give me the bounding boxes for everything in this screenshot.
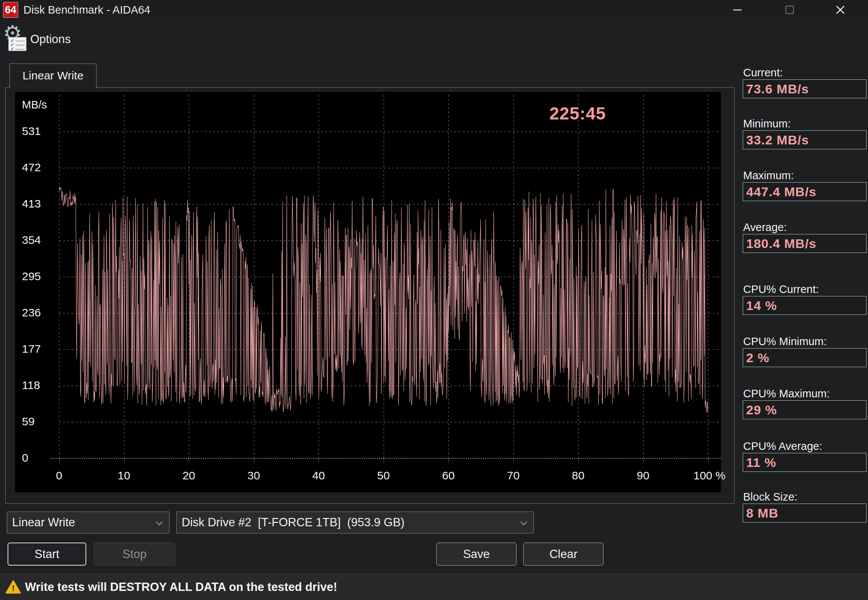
- x-tick-label: 80: [555, 469, 601, 482]
- drive-value: Disk Drive #2 [T-FORCE 1TB] (953.9 GB): [177, 516, 404, 529]
- stat-value-box: 180.4 MB/s: [743, 234, 866, 253]
- svg-text:!: !: [12, 583, 14, 593]
- x-tick-label: 40: [296, 469, 341, 482]
- stat-label: Current:: [743, 67, 783, 79]
- y-tick-label: 354: [22, 234, 56, 247]
- close-icon: [835, 5, 846, 15]
- options-button[interactable]: ⚙ ✓ ✓ ✓ Options: [2, 23, 82, 54]
- elapsed-time: 225:45: [549, 103, 606, 124]
- clear-button[interactable]: Clear: [523, 543, 604, 566]
- start-button[interactable]: Start: [8, 543, 86, 566]
- options-label: Options: [30, 33, 71, 46]
- y-tick-label: 177: [22, 343, 56, 355]
- stat-label: CPU% Maximum:: [743, 388, 830, 400]
- y-tick-label: 0: [22, 451, 56, 464]
- chevron-down-icon: [156, 521, 163, 526]
- aida64-logo-icon: 64: [3, 2, 18, 18]
- stat-label: Maximum:: [743, 169, 794, 182]
- stat-value-box: 29 %: [743, 400, 866, 419]
- y-tick-label: 295: [22, 270, 56, 283]
- y-axis-unit-label: MB/s: [22, 99, 47, 111]
- stat-value: 29 %: [743, 401, 866, 419]
- stat-value: 33.2 MB/s: [743, 131, 866, 149]
- title-bar: 64 Disk Benchmark - AIDA64: [0, 0, 868, 20]
- x-axis-tickmark: [643, 459, 644, 463]
- y-tick-label: 118: [22, 379, 56, 392]
- x-tick-label: 50: [361, 469, 406, 482]
- stop-button[interactable]: Stop: [94, 543, 175, 566]
- warning-text: Write tests will DESTROY ALL DATA on the…: [25, 580, 337, 594]
- stat-value: 11 %: [743, 453, 866, 471]
- minimize-icon: [733, 5, 742, 15]
- y-tick-label: 472: [22, 161, 56, 174]
- stat-label: Average:: [743, 221, 787, 234]
- x-tick-label: 60: [426, 469, 471, 482]
- stat-label: CPU% Average:: [743, 440, 822, 453]
- stat-value: 73.6 MB/s: [743, 80, 866, 98]
- minimize-button[interactable]: [725, 0, 750, 20]
- maximize-button[interactable]: [777, 0, 803, 20]
- x-tick-label: 0: [36, 469, 82, 482]
- write-speed-waveform: [59, 132, 708, 458]
- stat-value: 14 %: [743, 296, 866, 315]
- x-axis-tickmark: [384, 459, 384, 463]
- warning-bar: ! Write tests will DESTROY ALL DATA on t…: [0, 574, 868, 600]
- window-title: Disk Benchmark - AIDA64: [23, 4, 150, 16]
- stat-value-box: 14 %: [743, 296, 866, 315]
- stat-value: 8 MB: [743, 504, 866, 522]
- x-axis-tickmark: [448, 459, 449, 463]
- benchmark-plot-area: MB/s 531472413354295236177118590 0102030…: [15, 92, 721, 492]
- stat-value: 447.4 MB/s: [743, 183, 866, 201]
- x-tick-label: 30: [231, 469, 277, 482]
- stat-label: CPU% Minimum:: [743, 335, 827, 348]
- drive-dropdown[interactable]: Disk Drive #2 [T-FORCE 1TB] (953.9 GB): [176, 512, 534, 533]
- x-tick-label: 20: [166, 469, 212, 482]
- y-tick-label: 59: [22, 415, 56, 428]
- x-axis-tickmark: [319, 459, 319, 463]
- stat-value-box: 447.4 MB/s: [743, 182, 866, 201]
- stat-value: 2 %: [743, 349, 866, 367]
- stat-value-box: 73.6 MB/s: [743, 79, 866, 98]
- close-button[interactable]: [828, 0, 853, 20]
- stat-value-box: 8 MB: [743, 504, 866, 522]
- x-axis-tickmark: [708, 459, 708, 463]
- maximize-icon: [785, 5, 795, 15]
- stat-label: Block Size:: [743, 491, 797, 503]
- stat-value-box: 33.2 MB/s: [743, 130, 866, 149]
- x-tick-label: 90: [621, 469, 666, 482]
- y-tick-label: 531: [22, 125, 56, 138]
- warning-triangle-icon: !: [5, 580, 21, 594]
- x-tick-label: 100 %: [687, 469, 732, 482]
- y-tick-label: 236: [22, 306, 56, 319]
- stat-value-box: 2 %: [743, 348, 866, 367]
- test-type-value: Linear Write: [7, 516, 75, 529]
- x-axis-tickmark: [59, 459, 59, 463]
- x-axis-tickmark: [124, 459, 124, 463]
- stat-value: 180.4 MB/s: [743, 234, 866, 253]
- test-type-dropdown[interactable]: Linear Write: [7, 512, 170, 533]
- x-axis-tickmark: [513, 459, 514, 463]
- checklist-icon: ✓ ✓ ✓: [8, 37, 26, 51]
- x-tick-label: 70: [491, 469, 536, 482]
- save-button[interactable]: Save: [436, 543, 516, 566]
- disk-benchmark-window: 64 Disk Benchmark - AIDA64 ⚙ ✓ ✓ ✓ Optio…: [0, 0, 868, 600]
- stat-label: Minimum:: [743, 118, 791, 130]
- stat-label: CPU% Current:: [743, 283, 819, 296]
- stat-value-box: 11 %: [743, 453, 866, 472]
- x-axis-tickmark: [189, 459, 189, 463]
- x-axis-tickmark: [254, 459, 254, 463]
- chevron-down-icon: [520, 521, 527, 526]
- x-tick-label: 10: [101, 469, 147, 482]
- x-axis-tickmark: [578, 459, 579, 463]
- y-tick-label: 413: [22, 197, 56, 210]
- tab-linear-write[interactable]: Linear Write: [9, 64, 96, 88]
